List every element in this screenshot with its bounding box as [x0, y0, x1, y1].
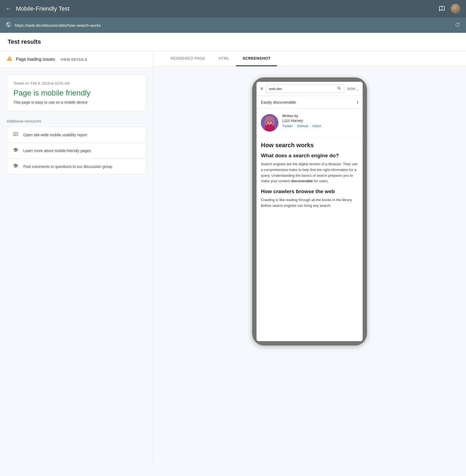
user-avatar[interactable] — [451, 4, 461, 14]
author-dot-1: · — [294, 124, 295, 128]
additional-resources: Additional resources Open site-wide mobi… — [7, 119, 146, 175]
phone-search-icon — [337, 86, 341, 91]
resources-card: Open site-wide mobile usability report L… — [7, 127, 146, 175]
phone-author-row: Written by Lizzi Harvey Twitter · GitHub… — [261, 114, 358, 132]
tested-on-text: Tested on: Feb 8, 2019 at 10:41 AM — [13, 81, 139, 85]
test-results-header: Test results — [0, 33, 466, 51]
top-bar: ← Mobile-Friendly Test — [0, 0, 466, 18]
top-bar-actions — [438, 4, 461, 14]
author-dot-2: · — [310, 124, 311, 128]
tab-html[interactable]: HTML — [212, 51, 236, 66]
phone-article-h2-1: What does a search engine do? — [261, 153, 358, 159]
app-title: Mobile-Friendly Test — [16, 5, 433, 12]
resource-text-learn: Learn more about mobile-friendly pages — [23, 149, 91, 153]
back-arrow-icon: ← — [5, 5, 11, 12]
phone-section-header: Easily discoverable I — [257, 96, 363, 109]
phone-article-h2-2: How crawlers browse the web — [261, 188, 358, 195]
phone-device-frame: ≡ web.dev SIGN ... Easily discoverable I — [252, 77, 367, 346]
phone-article-content: How search works What does a search engi… — [257, 137, 363, 213]
mobile-friendly-desc: This page is easy to use on a mobile dev… — [13, 100, 139, 105]
additional-resources-title: Additional resources — [7, 119, 146, 123]
author-glitch-link[interactable]: Glitch — [312, 124, 321, 128]
phone-section-indicator: I — [357, 100, 358, 105]
mobile-friendly-title: Page is mobile friendly — [13, 89, 139, 97]
avatar-image — [451, 4, 461, 14]
phone-sign-in-button[interactable]: SIGN ... — [347, 87, 359, 91]
author-github-link[interactable]: GitHub — [297, 124, 308, 128]
feedback-button[interactable] — [438, 4, 446, 13]
author-info: Written by Lizzi Harvey Twitter · GitHub… — [282, 114, 358, 128]
resource-item-usability[interactable]: Open site-wide mobile usability report — [7, 127, 146, 143]
resource-text-usability: Open site-wide mobile usability report — [23, 133, 87, 137]
left-panel: Page loading issues VIEW DETAILS Tested … — [0, 51, 153, 462]
result-card: Tested on: Feb 8, 2019 at 10:41 AM Page … — [7, 74, 146, 111]
right-panel: Rendered page HTML SCREENSHOT ≡ web.dev — [153, 51, 466, 462]
phone-nav-bar: ≡ web.dev SIGN ... — [257, 82, 363, 96]
tab-rendered-page[interactable]: Rendered page — [164, 51, 212, 66]
refresh-icon[interactable] — [455, 22, 461, 29]
resource-text-discussion: Post comments or questions to our discus… — [23, 164, 112, 169]
resource-item-discussion[interactable]: Post comments or questions to our discus… — [7, 159, 146, 174]
phone-screen: ≡ web.dev SIGN ... Easily discoverable I — [257, 82, 363, 341]
resource-item-learn[interactable]: Learn more about mobile-friendly pages — [7, 143, 146, 159]
back-button[interactable]: ← — [5, 5, 11, 12]
author-name: Lizzi Harvey — [282, 118, 358, 123]
tab-screenshot[interactable]: SCREENSHOT — [236, 51, 277, 66]
view-details-link[interactable]: VIEW DETAILS — [60, 57, 87, 62]
written-by-label: Written by — [282, 114, 358, 118]
issues-text: Page loading issues — [16, 57, 55, 62]
globe-icon — [5, 22, 11, 29]
usability-report-icon — [12, 131, 19, 138]
main-content: Page loading issues VIEW DETAILS Tested … — [0, 51, 466, 462]
phone-article-p1: Search engines are the digital version o… — [261, 161, 358, 184]
phone-search-box[interactable]: web.dev — [266, 85, 345, 93]
feedback-icon — [439, 5, 445, 12]
learn-more-icon — [12, 147, 19, 154]
discussion-icon — [12, 163, 19, 170]
warning-icon — [7, 56, 13, 63]
issues-bar: Page loading issues VIEW DETAILS — [0, 51, 153, 68]
author-avatar — [261, 114, 278, 132]
author-avatar-image — [261, 114, 278, 132]
phone-article-p2: Crawling is like reading through all the… — [261, 197, 358, 209]
phone-hamburger-icon: ≡ — [260, 86, 263, 92]
test-results-title: Test results — [8, 38, 458, 45]
author-links: Twitter · GitHub · Glitch — [282, 124, 358, 128]
tabs-bar: Rendered page HTML SCREENSHOT — [153, 51, 466, 66]
phone-article-h1: How search works — [261, 142, 358, 149]
phone-section-title: Easily discoverable — [261, 100, 296, 105]
phone-preview-area: ≡ web.dev SIGN ... Easily discoverable I — [153, 66, 466, 356]
phone-search-value: web.dev — [269, 87, 282, 91]
url-field[interactable]: https://web.dev/discoverable/how-search-… — [15, 23, 451, 28]
url-bar: https://web.dev/discoverable/how-search-… — [0, 18, 466, 33]
phone-author-section: Written by Lizzi Harvey Twitter · GitHub… — [257, 109, 363, 137]
author-twitter-link[interactable]: Twitter — [282, 124, 293, 128]
svg-point-6 — [265, 119, 268, 126]
svg-point-7 — [272, 119, 274, 126]
